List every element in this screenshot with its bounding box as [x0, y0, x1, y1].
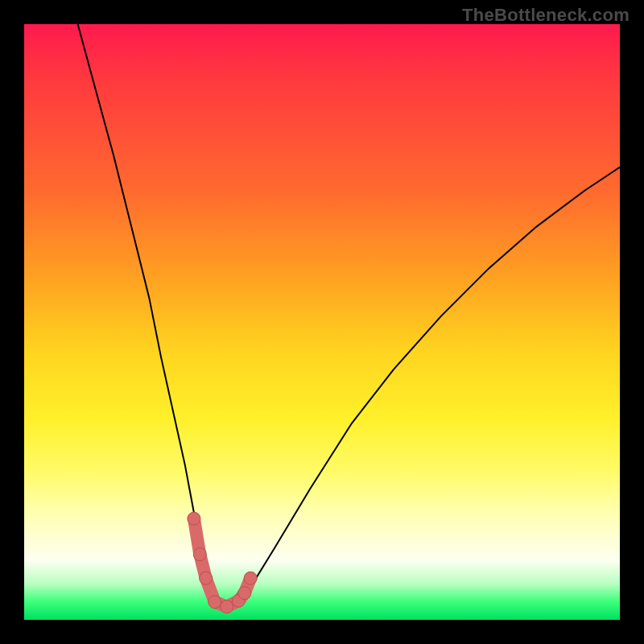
chart-root: TheBottleneck.com [0, 0, 644, 644]
plot-area [24, 24, 620, 620]
curve-group [78, 24, 620, 608]
marker-dot [208, 596, 221, 609]
marker-dot [221, 601, 233, 613]
marker-dot [200, 572, 213, 584]
marker-dot [193, 548, 206, 561]
marker-dot [238, 587, 251, 600]
bottleneck-curve [78, 24, 620, 608]
marker-dot [244, 572, 257, 584]
marker-group [188, 512, 257, 613]
branding-label: TheBottleneck.com [462, 5, 630, 26]
marker-dot [188, 512, 200, 525]
chart-svg [24, 24, 620, 620]
